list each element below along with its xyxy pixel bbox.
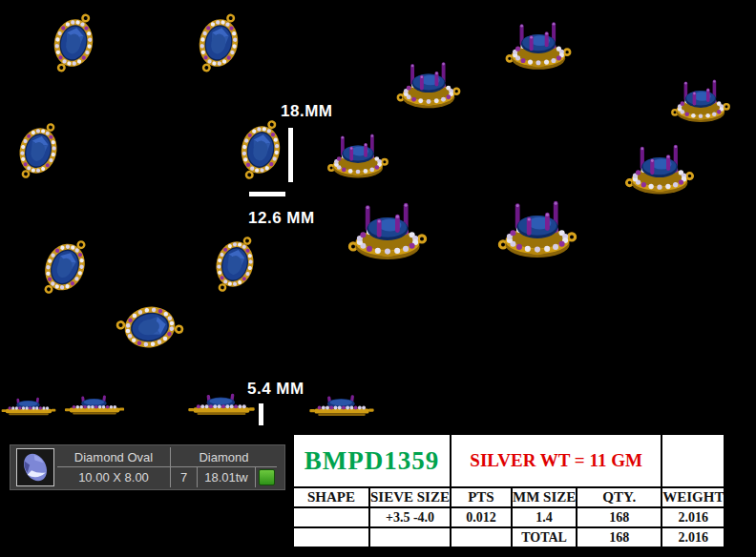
stone-total-weight-value: 18.01tw [197, 467, 256, 487]
stone-shape-label: Diamond Oval [57, 447, 170, 467]
cell-qty: 168 [577, 507, 662, 527]
title-blank-cell [662, 434, 724, 487]
pendant-perspective-view [507, 22, 570, 70]
table-title-row: BMPD1359 SILVER WT = 11 GM [293, 434, 724, 487]
measurement-line-depth [259, 403, 263, 425]
col-header-pts: PTS [451, 487, 512, 507]
stone-browse-cell [256, 467, 277, 487]
pendant-top-view [237, 117, 284, 182]
cell-mm-size: 1.4 [512, 507, 577, 527]
next-stone-button[interactable] [259, 469, 275, 485]
pendant-side-view [309, 395, 374, 416]
col-header-mm-size: MM SIZE [512, 487, 577, 507]
pendant-side-view [188, 393, 255, 415]
col-header-sieve-size: SIEVE SIZE [369, 487, 451, 507]
pendant-top-view [194, 10, 243, 75]
spec-table: BMPD1359 SILVER WT = 11 GM SHAPE SIEVE S… [292, 433, 725, 548]
design-code: BMPD1359 [293, 434, 451, 487]
stone-count-value: 7 [170, 467, 197, 487]
pendant-perspective-view [499, 201, 575, 258]
cell-total-sieve [369, 527, 451, 547]
pendant-top-view [36, 233, 94, 302]
col-header-weight: WEIGHT [662, 487, 724, 507]
stone-dimensions-value: 10.00 X 8.00 [57, 467, 170, 487]
stone-info-panel: Diamond Oval Diamond 10.00 X 8.00 7 18.0… [10, 444, 285, 490]
cell-total-shape [293, 527, 369, 547]
table-total-row: TOTAL 168 2.016 [293, 527, 724, 547]
cell-shape [293, 507, 369, 527]
stone-material-label: Diamond [170, 447, 277, 467]
cell-total-qty: 168 [577, 527, 662, 547]
measurement-line-height [288, 128, 293, 182]
pendant-perspective-view [398, 62, 459, 108]
pendant-top-view [49, 10, 98, 75]
col-header-shape: SHAPE [293, 487, 369, 507]
cell-total-weight: 2.016 [662, 527, 724, 547]
measurement-label-depth: 5.4 MM [247, 380, 304, 399]
stone-info-grid: Diamond Oval Diamond 10.00 X 8.00 7 18.0… [57, 447, 277, 487]
cell-sieve-size: +3.5 -4.0 [369, 507, 451, 527]
silver-weight-note: SILVER WT = 11 GM [451, 434, 662, 487]
pendant-perspective-view [349, 203, 425, 259]
pendant-top-view [13, 118, 63, 183]
measurement-label-width: 12.6 MM [248, 209, 315, 228]
col-header-qty: QTY. [577, 487, 662, 507]
table-data-row: +3.5 -4.0 0.012 1.4 168 2.016 [293, 507, 724, 527]
stone-thumbnail-oval-gem-icon [16, 448, 54, 486]
pendant-perspective-view [672, 80, 728, 122]
pendant-top-view [210, 232, 260, 297]
pendant-top-view [116, 301, 185, 352]
pendant-perspective-view [626, 145, 692, 195]
pendant-side-view [1, 398, 55, 416]
table-header-row: SHAPE SIEVE SIZE PTS MM SIZE QTY. WEIGHT [293, 487, 724, 507]
pendant-perspective-view [328, 134, 387, 178]
cell-total-pts [451, 527, 512, 547]
measurement-line-width [249, 192, 285, 196]
measurement-label-height: 18.MM [281, 102, 332, 121]
cell-pts: 0.012 [451, 507, 512, 527]
cell-total-label: TOTAL [512, 527, 577, 547]
pendant-side-view [65, 395, 124, 414]
cell-weight: 2.016 [662, 507, 724, 527]
design-sheet-canvas: 18.MM 12.6 MM 5.4 MM Diamond Oval Diamon… [0, 0, 756, 557]
